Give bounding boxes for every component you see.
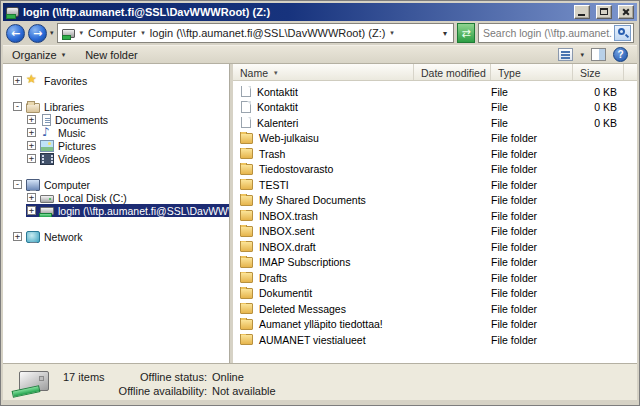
- offline-status-label: Offline status:: [119, 371, 207, 383]
- tree-item[interactable]: + Local Disk (C:): [3, 191, 229, 204]
- file-type: File folder: [491, 148, 573, 160]
- chevron-down-icon[interactable]: ▾: [140, 29, 146, 37]
- file-row[interactable]: Drafts File folder: [233, 270, 637, 286]
- file-name: Dokumentit: [259, 287, 312, 299]
- chevron-down-icon: ▾: [62, 51, 66, 59]
- folder-icon: [240, 288, 253, 299]
- tree-item[interactable]: + Network: [3, 230, 229, 243]
- folder-icon: [240, 272, 253, 283]
- file-type: File folder: [491, 210, 573, 222]
- file-row[interactable]: Kalenteri File 0 KB: [233, 115, 637, 131]
- change-view-icon[interactable]: [558, 48, 573, 61]
- file-row[interactable]: Kontaktit File 0 KB: [233, 84, 637, 100]
- file-row[interactable]: AUMANET viestialueet File folder: [233, 332, 637, 348]
- network-icon: [26, 231, 40, 243]
- breadcrumb-item-drive[interactable]: login (\\ftp.aumanet.fi@SSL\DavWWWRoot) …: [150, 27, 386, 39]
- file-name: AUMANET viestialueet: [259, 334, 366, 346]
- expand-toggle[interactable]: +: [27, 115, 36, 124]
- tree-item[interactable]: + Documents: [3, 113, 229, 126]
- expand-toggle[interactable]: -: [13, 180, 22, 189]
- tree-item[interactable]: + login (\\ftp.aumanet.fi@SSL\DavWWWRoot…: [3, 204, 229, 217]
- expand-toggle[interactable]: +: [13, 232, 22, 241]
- refresh-button[interactable]: ⇄: [457, 23, 475, 43]
- maximize-button[interactable]: [596, 5, 612, 19]
- address-dropdown-icon[interactable]: ▾: [441, 29, 449, 38]
- favorites-star-icon: [26, 75, 40, 87]
- column-header-type[interactable]: Type: [491, 64, 573, 80]
- file-row[interactable]: Kontaktit File 0 KB: [233, 100, 637, 116]
- maximize-icon: [600, 8, 608, 15]
- file-size: 0 KB: [573, 117, 624, 129]
- file-row[interactable]: INBOX.sent File folder: [233, 224, 637, 240]
- tree-item[interactable]: + Favorites: [3, 74, 229, 87]
- file-name: IMAP Subscriptions: [259, 256, 350, 268]
- folder-icon: [240, 303, 253, 314]
- column-header-name[interactable]: Name ▾: [233, 64, 414, 80]
- file-row[interactable]: Tiedostovarasto File folder: [233, 162, 637, 178]
- close-button[interactable]: [618, 5, 634, 19]
- file-icon: [241, 101, 251, 113]
- folder-icon: [240, 257, 253, 268]
- file-name: INBOX.draft: [259, 241, 316, 253]
- expand-toggle[interactable]: +: [13, 76, 22, 85]
- folder-icon: [240, 164, 253, 175]
- back-button[interactable]: ←: [6, 24, 25, 43]
- folder-icon: [240, 148, 253, 159]
- file-row[interactable]: Dokumentit File folder: [233, 286, 637, 302]
- file-row[interactable]: Web-julkaisu File folder: [233, 131, 637, 147]
- folder-icon: [240, 319, 253, 330]
- tree-item-label: Favorites: [44, 75, 87, 87]
- command-toolbar: Organize ▾ New folder ▾ ?: [3, 45, 637, 64]
- file-icon: [241, 117, 251, 129]
- expand-toggle[interactable]: +: [27, 141, 36, 150]
- file-row[interactable]: INBOX.trash File folder: [233, 208, 637, 224]
- breadcrumb[interactable]: ▾ Computer ▾ login (\\ftp.aumanet.fi@SSL…: [57, 23, 454, 43]
- views-dropdown-icon[interactable]: ▾: [580, 51, 584, 59]
- tree-item-label: login (\\ftp.aumanet.fi@SSL\DavWWWRoot) …: [58, 205, 229, 217]
- file-type: File: [491, 117, 573, 129]
- file-row[interactable]: IMAP Subscriptions File folder: [233, 255, 637, 271]
- tree-item[interactable]: + Videos: [3, 152, 229, 165]
- file-name: INBOX.sent: [259, 225, 314, 237]
- preview-pane-icon[interactable]: [591, 48, 606, 61]
- navigation-pane: + Favorites - Libraries + Documents: [3, 64, 229, 363]
- file-row[interactable]: Trash File folder: [233, 146, 637, 162]
- tree-item[interactable]: + Pictures: [3, 139, 229, 152]
- new-folder-button[interactable]: New folder: [85, 49, 138, 61]
- column-header-size[interactable]: Size: [573, 64, 624, 80]
- details-pane: 17 items Offline status: Online Offline …: [3, 363, 637, 400]
- tree-item[interactable]: + Music: [3, 126, 229, 139]
- folder-icon: [240, 195, 253, 206]
- chevron-down-icon[interactable]: ▾: [389, 29, 395, 37]
- search-button[interactable]: [614, 25, 631, 41]
- tree-item[interactable]: - Libraries: [3, 100, 229, 113]
- help-icon[interactable]: ?: [613, 47, 628, 62]
- file-row[interactable]: TESTI File folder: [233, 177, 637, 193]
- minimize-button[interactable]: [574, 5, 590, 19]
- file-icon: [241, 86, 251, 98]
- file-row[interactable]: INBOX.draft File folder: [233, 239, 637, 255]
- file-row[interactable]: Aumanet ylläpito tiedottaa! File folder: [233, 317, 637, 333]
- forward-button[interactable]: →: [28, 24, 47, 43]
- search-input[interactable]: [483, 27, 612, 39]
- expand-toggle[interactable]: +: [27, 154, 36, 163]
- expand-toggle[interactable]: +: [27, 206, 36, 215]
- tree-item-label: Computer: [44, 179, 90, 191]
- documents-icon: [42, 114, 51, 126]
- tree-item-label: Libraries: [44, 101, 84, 113]
- chevron-down-icon[interactable]: ▾: [79, 29, 85, 37]
- network-drive-icon: [19, 371, 49, 391]
- file-rows: Kontaktit File 0 KB Kontaktit File: [233, 81, 637, 348]
- history-dropdown-icon[interactable]: ▾: [50, 29, 54, 37]
- expand-toggle[interactable]: +: [27, 193, 36, 202]
- file-row[interactable]: Deleted Messages File folder: [233, 301, 637, 317]
- tree-item[interactable]: - Computer: [3, 178, 229, 191]
- file-row[interactable]: My Shared Documents File folder: [233, 193, 637, 209]
- organize-button[interactable]: Organize ▾: [12, 49, 65, 61]
- breadcrumb-item-computer[interactable]: Computer: [88, 27, 136, 39]
- expand-toggle[interactable]: -: [13, 102, 22, 111]
- computer-icon: [26, 179, 40, 191]
- file-type: File folder: [491, 194, 573, 206]
- expand-toggle[interactable]: +: [27, 128, 36, 137]
- column-header-date-modified[interactable]: Date modified: [414, 64, 491, 80]
